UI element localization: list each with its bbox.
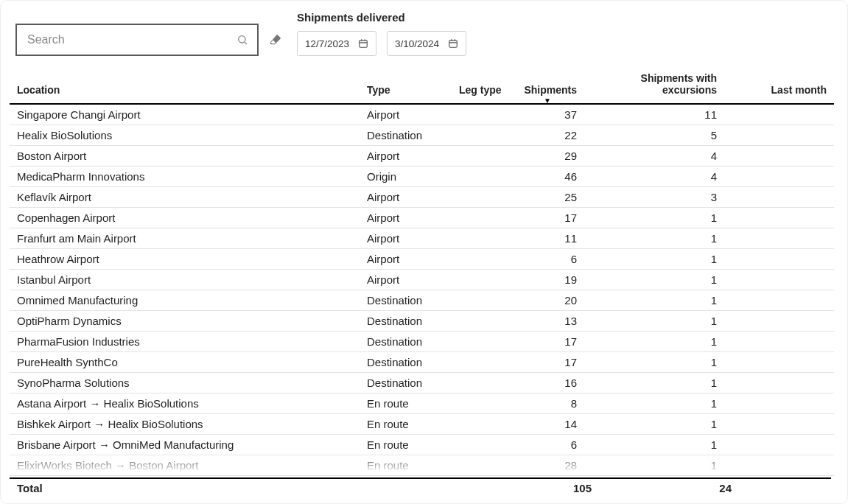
col-type[interactable]: Type: [360, 66, 452, 104]
eraser-icon: [269, 33, 282, 46]
cell-shipments: 28: [511, 455, 584, 476]
cell-location: PharmaFusion Industries: [10, 332, 360, 352]
cell-shipments: 46: [511, 167, 584, 187]
cell-last_month: [724, 146, 834, 167]
search-box[interactable]: [15, 24, 259, 56]
cell-excursions: 4: [584, 146, 724, 167]
cell-last_month: [724, 414, 834, 435]
table-row[interactable]: ElixirWorks Biotech → Boston AirportEn r…: [10, 455, 834, 476]
cell-location: Istanbul Airport: [10, 270, 360, 290]
table-row[interactable]: Brisbane Airport → OmniMed Manufacturing…: [10, 435, 834, 455]
cell-type: En route: [360, 414, 452, 435]
col-location[interactable]: Location: [10, 66, 360, 104]
cell-leg_type: [452, 414, 511, 435]
cell-location: Boston Airport: [10, 146, 360, 167]
totals-excursions: 24: [592, 482, 732, 494]
cell-shipments: 17: [511, 352, 584, 373]
table-row[interactable]: Boston AirportAirport294: [10, 146, 834, 167]
cell-leg_type: [452, 393, 511, 414]
cell-leg_type: [452, 435, 511, 455]
table-body: Singapore Changi AirportAirport3711Heali…: [10, 104, 834, 476]
cell-type: Airport: [360, 228, 452, 249]
cell-last_month: [724, 249, 834, 270]
cell-excursions: 1: [584, 455, 724, 476]
cell-leg_type: [452, 146, 511, 167]
cell-leg_type: [452, 228, 511, 249]
table-row[interactable]: OptiPharm DynamicsDestination131: [10, 311, 834, 332]
clear-button[interactable]: [267, 32, 284, 48]
cell-last_month: [724, 208, 834, 228]
table-header-row: Location Type Leg type Shipments ▼ Shipm…: [10, 66, 834, 104]
search-icon: [236, 34, 248, 46]
cell-last_month: [724, 270, 834, 290]
cell-shipments: 11: [511, 228, 584, 249]
col-last-month[interactable]: Last month: [724, 66, 834, 104]
svg-rect-2: [360, 41, 368, 47]
cell-leg_type: [452, 311, 511, 332]
cell-shipments: 22: [511, 125, 584, 146]
cell-last_month: [724, 435, 834, 455]
cell-shipments: 19: [511, 270, 584, 290]
cell-excursions: 4: [584, 167, 724, 187]
cell-leg_type: [452, 290, 511, 311]
table-row[interactable]: Healix BioSolutionsDestination225: [10, 125, 834, 146]
table-row[interactable]: Omnimed ManufacturingDestination201: [10, 290, 834, 311]
table-row[interactable]: PureHealth SynthCoDestination171: [10, 352, 834, 373]
cell-leg_type: [452, 208, 511, 228]
cell-last_month: [724, 311, 834, 332]
table-row[interactable]: Franfurt am Main AirportAirport111: [10, 228, 834, 249]
col-excursions[interactable]: Shipments with excursions: [584, 66, 724, 104]
calendar-icon: [448, 38, 458, 49]
col-shipments[interactable]: Shipments ▼: [511, 66, 584, 104]
cell-shipments: 16: [511, 373, 584, 393]
date-to-picker[interactable]: 3/10/2024: [387, 31, 466, 56]
table-row[interactable]: SynoPharma SolutionsDestination161: [10, 373, 834, 393]
search-group: [15, 24, 284, 56]
cell-type: Airport: [360, 208, 452, 228]
cell-type: Destination: [360, 352, 452, 373]
table-row[interactable]: Singapore Changi AirportAirport3711: [10, 104, 834, 125]
cell-leg_type: [452, 187, 511, 208]
table-row[interactable]: PharmaFusion IndustriesDestination171: [10, 332, 834, 352]
cell-type: Airport: [360, 104, 452, 125]
col-shipments-label: Shipments: [524, 84, 577, 96]
scroll-region[interactable]: Shipments delivered 12/7/2023 3/10/2024: [10, 5, 838, 494]
cell-excursions: 1: [584, 208, 724, 228]
table-row[interactable]: MedicaPharm InnovationsOrigin464: [10, 167, 834, 187]
table-row[interactable]: Bishkek Airport → Healix BioSolutionsEn …: [10, 414, 834, 435]
cell-shipments: 17: [511, 332, 584, 352]
search-input[interactable]: [26, 32, 231, 47]
date-range-row: 12/7/2023 3/10/2024: [297, 31, 828, 56]
table-row[interactable]: Istanbul AirportAirport191: [10, 270, 834, 290]
totals-shipments: 105: [518, 482, 592, 494]
table-row[interactable]: Copenhagen AirportAirport171: [10, 208, 834, 228]
shipments-table: Location Type Leg type Shipments ▼ Shipm…: [10, 66, 834, 476]
cell-type: Origin: [360, 167, 452, 187]
col-leg-type[interactable]: Leg type: [452, 66, 511, 104]
cell-last_month: [724, 352, 834, 373]
cell-leg_type: [452, 352, 511, 373]
cell-location: Brisbane Airport → OmniMed Manufacturing: [10, 435, 360, 455]
cell-last_month: [724, 393, 834, 414]
cell-location: Singapore Changi Airport: [10, 104, 360, 125]
cell-type: Destination: [360, 373, 452, 393]
cell-type: En route: [360, 393, 452, 414]
cell-leg_type: [452, 167, 511, 187]
filters-column: Shipments delivered 12/7/2023 3/10/2024: [297, 11, 828, 56]
cell-last_month: [724, 167, 834, 187]
cell-shipments: 29: [511, 146, 584, 167]
cell-location: MedicaPharm Innovations: [10, 167, 360, 187]
cell-excursions: 1: [584, 228, 724, 249]
cell-excursions: 1: [584, 249, 724, 270]
cell-last_month: [724, 455, 834, 476]
cell-leg_type: [452, 455, 511, 476]
table-row[interactable]: Heathrow AirportAirport61: [10, 249, 834, 270]
widget-card: Shipments delivered 12/7/2023 3/10/2024: [0, 0, 848, 504]
date-from-picker[interactable]: 12/7/2023: [297, 31, 376, 56]
table-row[interactable]: Astana Airport → Healix BioSolutionsEn r…: [10, 393, 834, 414]
cell-location: SynoPharma Solutions: [10, 373, 360, 393]
cell-shipments: 8: [511, 393, 584, 414]
table-row[interactable]: Keflavík AirportAirport253: [10, 187, 834, 208]
cell-location: Omnimed Manufacturing: [10, 290, 360, 311]
date-from-value: 12/7/2023: [305, 38, 349, 49]
